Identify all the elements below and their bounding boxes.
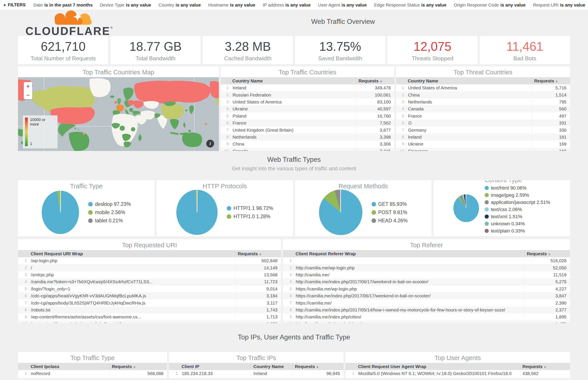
- cell-name[interactable]: http://camilia.me/index.php/2017/05/14/h…: [293, 307, 524, 313]
- cell-name[interactable]: France: [406, 114, 532, 119]
- table-row[interactable]: 3United States of America83,100: [221, 98, 394, 105]
- table-row[interactable]: 10Singapore158: [396, 148, 570, 151]
- table-row[interactable]: 4Canada560: [396, 105, 570, 112]
- table-row[interactable]: 9http://camilia.me/index.php/cities/1,89…: [283, 313, 570, 320]
- cell-val[interactable]: 7,562: [356, 120, 394, 126]
- cell-val[interactable]: 5,716: [532, 85, 570, 91]
- table-row[interactable]: 8Netherlands3,398: [221, 133, 394, 141]
- cell-val[interactable]: 16,760: [356, 114, 394, 119]
- table-row[interactable]: 1United States of America5,716: [396, 84, 570, 91]
- cell-name[interactable]: Russian Federation: [230, 92, 356, 98]
- filter-item-device-type[interactable]: Device Typeis any value: [100, 2, 151, 8]
- table-row[interactable]: 8/robots.txt1,743: [18, 306, 281, 313]
- cell-val[interactable]: 96,945: [292, 371, 344, 376]
- table-row[interactable]: 6https://camilia.me/index.php/2017/06/17…: [283, 292, 570, 299]
- column-header-referer-wrap[interactable]: Client Request Referer Wrap: [293, 251, 524, 256]
- cell-val[interactable]: 3,398: [356, 134, 394, 140]
- cell-val[interactable]: 2,315: [356, 149, 394, 151]
- filter-item-ip-address[interactable]: IP addressis any value: [263, 2, 311, 8]
- cell-name[interactable]: Poland: [230, 114, 356, 119]
- cell-val[interactable]: 3,877: [356, 128, 394, 133]
- cell-val[interactable]: 14,149: [235, 265, 281, 270]
- content-type-pie-chart[interactable]: [453, 194, 479, 222]
- cell-val[interactable]: 1,473: [524, 322, 570, 323]
- cell-val[interactable]: 349,478: [356, 85, 394, 91]
- table-row[interactable]: 3/xmlrpc.php13,568: [18, 271, 281, 278]
- column-header-country-name[interactable]: Country Name: [406, 78, 532, 83]
- legend-item-post[interactable]: POST 9.81%: [371, 209, 408, 215]
- column-header-country-name[interactable]: Country Name: [251, 364, 292, 369]
- cell-name[interactable]: China: [230, 141, 356, 147]
- cell-val[interactable]: 181: [532, 134, 570, 140]
- cell-name[interactable]: https://camilia.me/index.php/2017/06/17/…: [293, 293, 524, 298]
- cell-name[interactable]: Canada: [406, 106, 532, 112]
- table-row[interactable]: 1Mozilla/5.0 (Windows NT 6.1; WOW64; rv:…: [345, 370, 570, 377]
- column-header-country-name[interactable]: Country Name: [230, 78, 356, 83]
- cell-name[interactable]: http://camilia.me/index.php/about/: [293, 322, 524, 323]
- column-header-requests[interactable]: Requests∨: [524, 251, 570, 256]
- cell-name[interactable]: Ireland: [230, 85, 356, 91]
- request-methods-pie-chart[interactable]: [319, 190, 362, 235]
- table-row[interactable]: 2/14,149: [18, 264, 281, 271]
- legend-item-http-1-1[interactable]: HTTP/1.1 98.72%: [227, 205, 273, 211]
- table-row[interactable]: 4http://camilia.me/index.php/2017/06/17/…: [283, 278, 570, 285]
- legend-item-desktop[interactable]: desktop 97.23%: [88, 201, 131, 207]
- table-row[interactable]: 3Netherlands795: [396, 98, 570, 105]
- table-row[interactable]: 5France497: [396, 113, 570, 119]
- table-row[interactable]: 1516,028: [283, 257, 570, 264]
- cell-name[interactable]: noRecord: [28, 371, 109, 376]
- legend-item-tablet[interactable]: tablet 0.21%: [88, 218, 131, 224]
- cell-val[interactable]: 11,723: [235, 279, 281, 284]
- cell-val[interactable]: 158: [532, 149, 570, 151]
- table-row[interactable]: 10http://camilia.me/index.php/about/1,47…: [283, 321, 570, 323]
- cell-val[interactable]: 11,519: [524, 272, 570, 277]
- table-row[interactable]: 5/login/?login_only=19,014: [18, 285, 281, 292]
- cell-name[interactable]: http://camilia.me/: [293, 272, 524, 277]
- table-row[interactable]: 8http://camilia.me/index.php/2017/05/14/…: [283, 306, 570, 313]
- table-row[interactable]: 7United Kingdom (Great Britain)3,877: [221, 126, 394, 133]
- table-row[interactable]: 1/wp-login.php502,848: [18, 257, 281, 264]
- cell-name[interactable]: /cdn-cgi/apps/head/xVgyKhR-vV3dAUGhMqfBc…: [28, 293, 235, 298]
- table-row[interactable]: 1Ireland349,478: [221, 84, 394, 91]
- column-header-requests[interactable]: Requests∨: [532, 78, 570, 83]
- table-row[interactable]: 5Poland16,760: [221, 113, 394, 119]
- world-map[interactable]: + − 10000 or more 1 i: [18, 77, 219, 151]
- cell-val[interactable]: 560: [532, 106, 570, 112]
- cell-name[interactable]: United States of America: [230, 99, 356, 105]
- table-row[interactable]: 1noRecord568,088: [18, 370, 167, 377]
- table-row[interactable]: 1185.234.218.33Ireland96,945: [169, 370, 344, 377]
- table-row[interactable]: 9Ukraine169: [396, 141, 570, 148]
- cell-val[interactable]: 2,377: [524, 307, 570, 313]
- filter-item-origin-response-code[interactable]: Origin Response Codeis any value: [454, 2, 526, 8]
- filter-item-request-uri[interactable]: Request URIis any value: [533, 2, 585, 8]
- cell-val[interactable]: 4,227: [524, 286, 570, 291]
- cell-name[interactable]: /camilia.me?token=s3+7k6XQvKwzp5/4XSs4rh…: [28, 279, 235, 284]
- cell-name[interactable]: /wp-login.php: [28, 258, 235, 263]
- column-header-uri-wrap[interactable]: Client Request URI Wrap: [28, 251, 235, 256]
- legend-item-head[interactable]: HEAD 4.26%: [371, 218, 408, 224]
- table-row[interactable]: 7/cdn-cgi/apps/body/3Lh52SjWTQ4HRlErJykH…: [18, 299, 281, 306]
- zoom-out-button[interactable]: −: [24, 91, 32, 99]
- column-header-requests[interactable]: Requests∨: [109, 364, 167, 369]
- cell-name[interactable]: United States of America: [406, 85, 532, 91]
- cell-val[interactable]: 3,184: [235, 293, 281, 298]
- table-row[interactable]: 2China1,514: [396, 91, 570, 98]
- table-row[interactable]: 4/camilia.me?token=s3+7k6XQvKwzp5/4XSs4r…: [18, 278, 281, 285]
- cell-name[interactable]: Singapore: [406, 149, 532, 151]
- legend-item-mobile[interactable]: mobile 2.56%: [88, 209, 131, 215]
- legend-item-get[interactable]: GET 85.93%: [371, 201, 408, 207]
- cell-val[interactable]: 13,568: [235, 272, 281, 277]
- info-icon[interactable]: i: [206, 140, 214, 148]
- legend-item-http-1-0[interactable]: HTTP/1.0 1.28%: [227, 214, 273, 220]
- table-row[interactable]: 6France7,562: [221, 119, 394, 126]
- cell-name[interactable]: ∅: [406, 120, 532, 126]
- legend-item-text-plain[interactable]: text/plain 0.33%: [485, 228, 550, 234]
- column-header-requests[interactable]: Requests∨: [520, 364, 570, 369]
- cell-name[interactable]: Ukraine: [406, 141, 532, 147]
- cell-name[interactable]: http://camilia.me/index.php/2017/06/17/w…: [293, 279, 524, 284]
- cell-val[interactable]: 795: [532, 99, 570, 105]
- legend-item-image-jpeg[interactable]: image/jpeg 2.59%: [485, 192, 550, 198]
- cell-val[interactable]: 52,050: [524, 265, 570, 270]
- table-row[interactable]: 9China3,306: [221, 141, 394, 148]
- filter-item-hostname[interactable]: Hostnameis any value: [208, 2, 255, 8]
